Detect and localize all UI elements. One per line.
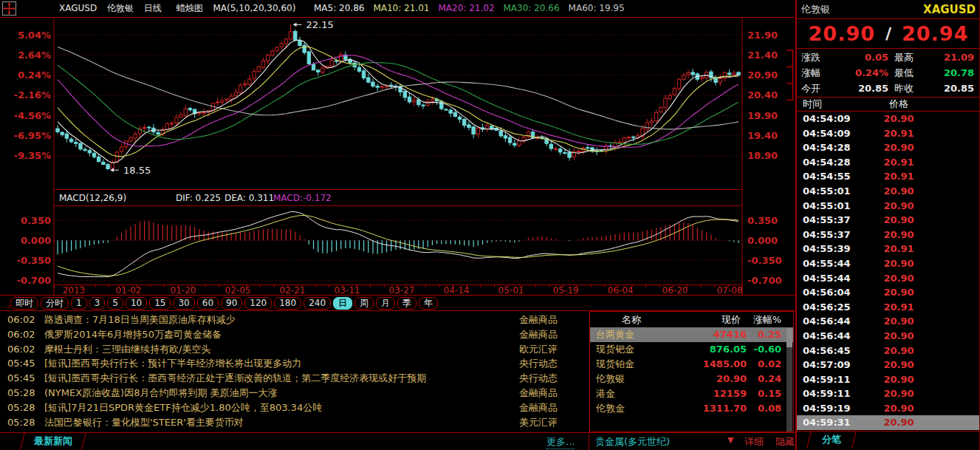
macd-axis-right-label: -0.350 [747, 255, 782, 266]
news-row[interactable]: 06:02摩根士丹利：三理由继续持有欧/美空头欧元汇评 [0, 342, 589, 357]
timeframe-button[interactable]: 240 [304, 297, 331, 310]
tick-row[interactable]: 04:59:3120.90 [797, 415, 980, 430]
tick-row[interactable]: 04:55:0120.90 [797, 184, 980, 199]
tick-price: 20.90 [869, 199, 928, 214]
hide-link[interactable]: 隐藏 [775, 435, 795, 449]
tick-price: 20.90 [869, 329, 928, 344]
news-title: 俄罗斯2014年6月增持50万盎司黄金储备 [44, 327, 490, 342]
news-category: 金融商品 [490, 400, 558, 415]
news-row[interactable]: 06:02俄罗斯2014年6月增持50万盎司黄金储备金融商品 [0, 327, 589, 342]
timeframe-button[interactable]: 季 [397, 297, 417, 310]
quote-row[interactable]: 现货钯金876.05-0.60 [590, 342, 793, 357]
news-row[interactable]: 05:45[短讯]墨西哥央行行长：预计下半年经济增长将出现更多动力央行动态 [0, 356, 589, 371]
tick-row[interactable]: 04:54:0920.90 [797, 112, 980, 126]
tab-tick[interactable]: 分笔 [806, 431, 857, 449]
timeframe-button[interactable]: 周 [354, 297, 374, 310]
tick-row[interactable]: 04:54:2820.91 [797, 155, 980, 170]
bottom-bar: 最新新闻 更多... 贵金属(多元世纪) ▼ 详细 隐藏 [0, 432, 795, 450]
tick-row[interactable]: 04:56:4520.90 [797, 344, 980, 358]
tick-row[interactable]: 04:56:2520.91 [797, 300, 980, 315]
news-row[interactable]: 06:02路透调查：7月18日当周美国原油库存料减少金融商品 [0, 313, 589, 327]
quote-scrollbar-thumb[interactable] [787, 328, 792, 347]
news-title: 路透调查：7月18日当周美国原油库存料减少 [44, 313, 490, 327]
quote-scrollbar[interactable] [787, 328, 792, 432]
news-row[interactable]: 05:45[短讯]墨西哥央行行长：墨西哥经济正处于逐渐改善的轨道；第二季度经济表… [0, 371, 589, 386]
timeframe-button[interactable]: 15 [149, 297, 171, 310]
tick-row[interactable]: 04:54:5520.91 [797, 169, 980, 184]
tick-row[interactable]: 04:55:0120.90 [797, 199, 980, 214]
tick-row[interactable]: 04:55:4420.90 [797, 271, 980, 286]
detail-link[interactable]: 详细 [744, 435, 764, 449]
main-chart-canvas[interactable]: 5.04%2.64%0.24%-2.16%-4.56%-6.95%-9.35%2… [0, 0, 795, 296]
news-row[interactable]: 05:28[短讯]7月21日SPDR黄金ETF持仓减少1.80公吨，至803.3… [0, 400, 589, 415]
panel-footer: 分笔 [797, 431, 980, 449]
tick-row[interactable]: 04:55:3720.90 [797, 228, 980, 242]
tick-time: 04:54:28 [797, 155, 869, 170]
tick-row[interactable]: 04:54:0920.91 [797, 126, 980, 141]
timeframe-button[interactable]: 3 [89, 297, 106, 310]
timeframe-button[interactable]: 1 [71, 297, 87, 310]
tick-row[interactable]: 04:59:1920.90 [797, 401, 980, 416]
timeframe-button[interactable]: 180 [274, 297, 301, 310]
timeframe-button[interactable]: 即时 [10, 297, 38, 310]
tick-price: 20.91 [869, 242, 928, 256]
news-title: [短讯]7月21日SPDR黄金ETF持仓减少1.80公吨，至803.34公吨 [44, 400, 490, 415]
date-axis-label: 01-02 [116, 285, 142, 296]
tick-row[interactable]: 04:59:1120.90 [797, 372, 980, 387]
timeframe-button[interactable]: 5 [107, 297, 123, 310]
tick-time: 04:59:19 [797, 401, 869, 416]
news-time: 06:02 [7, 327, 38, 342]
date-axis-label: 05-19 [553, 285, 579, 296]
news-row[interactable]: 05:28法国巴黎银行：量化模型'STEER'看主要货币对美元汇评 [0, 415, 589, 430]
ask-price: 20.94 [902, 22, 968, 45]
stat-value: 21.09 [921, 50, 980, 65]
quote-row[interactable]: 现货铂金1485.000.02 [590, 357, 793, 372]
timeframe-button[interactable]: 月 [376, 297, 395, 310]
stats-row: 涨幅0.24%最低20.78 [797, 65, 980, 81]
price-axis-left-label: -2.16% [14, 89, 52, 100]
tick-row[interactable]: 04:57:0920.90 [797, 358, 980, 372]
date-axis-label: 07-08 [717, 285, 743, 296]
timeframe-button[interactable]: 分时 [41, 297, 69, 310]
quote-group-label[interactable]: 贵金属(多元世纪) [595, 435, 670, 449]
timeframe-button[interactable]: 日 [333, 297, 352, 310]
timeframe-button[interactable]: 60 [197, 297, 219, 310]
tick-row[interactable]: 04:55:4420.90 [797, 256, 980, 271]
price-axis-left-label: 0.24% [18, 69, 51, 81]
timeframe-button[interactable]: 30 [173, 297, 194, 310]
range-handle[interactable] [787, 50, 793, 100]
timeframe-button[interactable]: 年 [419, 297, 438, 310]
quote-row[interactable]: 伦敦金1311.700.08 [590, 401, 793, 416]
tick-price: 20.91 [869, 126, 928, 141]
tab-latest-news[interactable]: 最新新闻 [20, 432, 86, 450]
timeframe-toolbar: 即时分时1351015306090120180240日周月季年 [0, 296, 795, 311]
tick-time: 04:55:44 [797, 271, 869, 286]
date-axis-label: 06-20 [662, 285, 688, 296]
quote-col-price: 现价 [673, 312, 741, 327]
tick-row[interactable]: 04:55:3720.90 [797, 213, 980, 228]
tick-row[interactable]: 04:56:4420.90 [797, 314, 980, 329]
tick-time: 04:54:28 [797, 140, 869, 155]
quote-row[interactable]: 台两黄金474160.25 [590, 327, 793, 342]
price-axis-left-label: 2.64% [18, 50, 51, 61]
quote-row[interactable]: 港金121590.15 [590, 386, 793, 401]
tick-price: 20.90 [869, 271, 928, 286]
timeframe-button[interactable]: 10 [126, 297, 147, 310]
tick-time: 04:54:55 [797, 169, 869, 184]
news-time: 05:28 [7, 415, 38, 430]
news-row[interactable]: 05:28(NYMEX原油收盘)因8月合约即将到期 美原油周一大涨金融商品 [0, 386, 589, 400]
tick-row[interactable]: 04:54:2820.90 [797, 140, 980, 155]
timeframe-button[interactable]: 90 [221, 297, 242, 310]
news-list: 06:02路透调查：7月18日当周美国原油库存料减少金融商品06:02俄罗斯20… [0, 313, 589, 432]
stat-value: 20.85 [921, 81, 980, 96]
group-dropdown-arrow-icon[interactable]: ▼ [727, 435, 733, 445]
more-news-link[interactable]: 更多... [546, 435, 575, 449]
tick-row[interactable]: 04:56:0420.90 [797, 285, 980, 300]
tick-row[interactable]: 04:56:4420.90 [797, 329, 980, 344]
stat-value: 0.05 [828, 50, 888, 65]
move-icon[interactable] [2, 1, 16, 16]
quote-row[interactable]: 伦敦银20.900.24 [590, 372, 793, 386]
tick-row[interactable]: 04:55:3920.91 [797, 242, 980, 256]
tick-row[interactable]: 04:59:1120.90 [797, 386, 980, 401]
timeframe-button[interactable]: 120 [244, 297, 272, 310]
